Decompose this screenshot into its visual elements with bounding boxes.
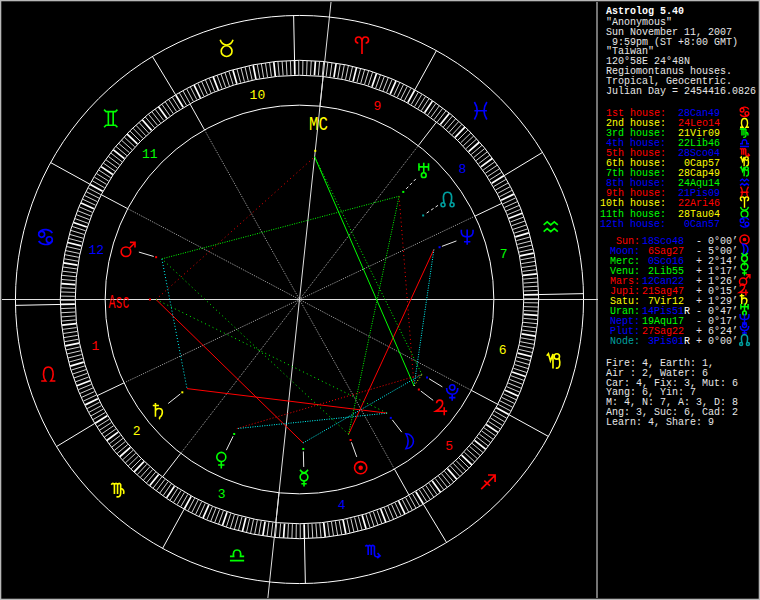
- svg-text:Astrolog 5.40: Astrolog 5.40: [606, 6, 684, 17]
- svg-text:4: 4: [338, 498, 346, 513]
- svg-text:0Can57: 0Can57: [678, 219, 720, 230]
- svg-text:R: R: [684, 336, 690, 347]
- svg-text:+ 0°00’: + 0°00’: [696, 336, 738, 347]
- svg-text:12: 12: [89, 243, 105, 258]
- svg-text:Julian Day = 2454416.0826: Julian Day = 2454416.0826: [606, 86, 756, 97]
- svg-text:1: 1: [91, 339, 99, 354]
- svg-text:9: 9: [374, 99, 382, 114]
- svg-text:8: 8: [459, 162, 467, 177]
- svg-text:Asc: Asc: [109, 291, 130, 314]
- svg-text:Learn: 4, Share: 9: Learn: 4, Share: 9: [606, 417, 714, 428]
- svg-text:3: 3: [218, 487, 226, 502]
- svg-text:R: R: [684, 306, 690, 317]
- svg-text:3Pis01: 3Pis01: [642, 336, 684, 347]
- svg-text:2: 2: [133, 424, 141, 439]
- svg-text:12th house:: 12th house:: [600, 219, 666, 230]
- svg-text:10: 10: [250, 88, 266, 103]
- svg-text:11: 11: [142, 147, 158, 162]
- svg-text:Node:: Node:: [610, 336, 640, 347]
- svg-text:MC: MC: [309, 113, 328, 136]
- svg-text:5: 5: [445, 439, 453, 454]
- svg-text:7: 7: [500, 247, 508, 262]
- svg-text:6: 6: [499, 343, 507, 358]
